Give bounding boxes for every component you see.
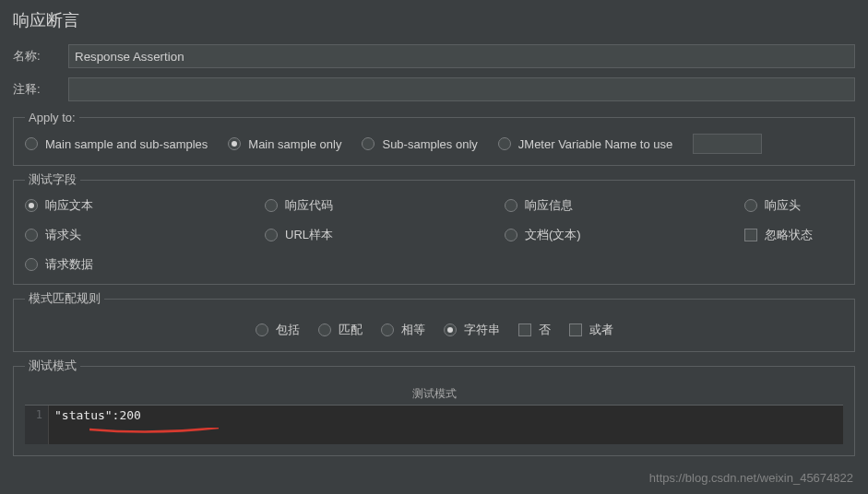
test-field-response-code[interactable]: 响应代码 xyxy=(265,197,505,214)
rule-or-checkbox[interactable]: 或者 xyxy=(569,322,613,338)
radio-label: 请求头 xyxy=(45,227,81,243)
annotation-underline xyxy=(89,422,219,428)
line-number: 1 xyxy=(25,406,49,444)
test-field-legend: 测试字段 xyxy=(25,171,80,188)
radio-icon xyxy=(265,229,278,241)
radio-icon xyxy=(228,137,241,150)
test-field-response-text[interactable]: 响应文本 xyxy=(25,197,265,214)
checkbox-label: 忽略状态 xyxy=(765,227,813,243)
radio-icon xyxy=(744,199,757,212)
radio-icon xyxy=(25,199,38,212)
checkbox-icon xyxy=(744,229,757,241)
radio-icon xyxy=(318,323,331,336)
radio-icon xyxy=(505,229,517,241)
pattern-code-line[interactable]: "status":200 xyxy=(49,406,843,444)
rule-contains[interactable]: 包括 xyxy=(256,322,300,338)
test-field-request-headers[interactable]: 请求头 xyxy=(25,227,265,243)
radio-label: 相等 xyxy=(401,322,425,338)
radio-label: 响应头 xyxy=(765,197,801,214)
radio-icon xyxy=(25,258,38,271)
radio-icon xyxy=(256,323,268,336)
apply-to-jmeter-variable[interactable]: JMeter Variable Name to use xyxy=(498,137,672,151)
ignore-status-checkbox[interactable]: 忽略状态 xyxy=(744,227,843,243)
comment-input[interactable] xyxy=(68,77,855,101)
name-input[interactable] xyxy=(68,44,855,68)
radio-icon xyxy=(265,199,278,212)
radio-label: URL样本 xyxy=(285,227,333,243)
test-field-response-message[interactable]: 响应信息 xyxy=(505,197,744,214)
radio-label: Main sample only xyxy=(248,137,341,151)
checkbox-label: 否 xyxy=(539,322,551,338)
watermark-text: https://blog.csdn.net/weixin_45674822 xyxy=(649,471,853,485)
radio-icon xyxy=(498,137,511,150)
radio-label: 响应文本 xyxy=(45,197,93,214)
checkbox-icon xyxy=(569,323,582,336)
radio-icon xyxy=(444,323,457,336)
test-field-response-headers[interactable]: 响应头 xyxy=(744,197,843,214)
test-pattern-legend: 测试模式 xyxy=(25,358,80,374)
radio-label: Sub-samples only xyxy=(382,137,477,151)
test-field-url-sample[interactable]: URL样本 xyxy=(265,227,505,243)
comment-label: 注释: xyxy=(13,81,68,98)
test-pattern-fieldset: 测试模式 测试模式 1 "status":200 xyxy=(13,358,855,456)
checkbox-icon xyxy=(518,323,531,336)
rule-equals[interactable]: 相等 xyxy=(381,322,425,338)
radio-label: 字符串 xyxy=(464,322,500,338)
radio-label: 响应信息 xyxy=(525,197,573,214)
apply-to-sub-only[interactable]: Sub-samples only xyxy=(362,137,477,151)
radio-icon xyxy=(362,137,375,150)
match-rule-fieldset: 模式匹配规则 包括 匹配 相等 字符串 否 或者 xyxy=(13,290,855,352)
pattern-editor[interactable]: 1 "status":200 xyxy=(25,406,843,444)
radio-label: 文档(文本) xyxy=(525,227,581,243)
code-text: "status":200 xyxy=(54,408,141,422)
radio-icon xyxy=(505,199,517,212)
radio-icon xyxy=(381,323,394,336)
name-label: 名称: xyxy=(13,48,68,65)
checkbox-label: 或者 xyxy=(589,322,613,338)
pattern-column-header: 测试模式 xyxy=(25,383,843,406)
rule-matches[interactable]: 匹配 xyxy=(318,322,363,338)
radio-icon xyxy=(25,229,38,241)
test-field-document[interactable]: 文档(文本) xyxy=(505,227,744,243)
apply-to-main-only[interactable]: Main sample only xyxy=(228,137,341,151)
apply-to-legend: Apply to: xyxy=(25,111,79,124)
rule-substring[interactable]: 字符串 xyxy=(444,322,500,338)
test-field-request-data[interactable]: 请求数据 xyxy=(25,256,265,273)
apply-to-fieldset: Apply to: Main sample and sub-samples Ma… xyxy=(13,111,855,166)
radio-label: 匹配 xyxy=(339,322,363,338)
radio-label: 请求数据 xyxy=(45,256,93,273)
test-field-fieldset: 测试字段 响应文本 响应代码 响应信息 响应头 请求头 URL样本 文档(文本) xyxy=(13,171,855,285)
radio-icon xyxy=(25,137,38,150)
apply-to-main-and-sub[interactable]: Main sample and sub-samples xyxy=(25,137,208,151)
jmeter-variable-input[interactable] xyxy=(693,134,762,154)
rule-not-checkbox[interactable]: 否 xyxy=(518,322,551,338)
panel-title: 响应断言 xyxy=(13,9,855,31)
radio-label: 包括 xyxy=(276,322,300,338)
radio-label: Main sample and sub-samples xyxy=(45,137,208,151)
match-rule-legend: 模式匹配规则 xyxy=(25,290,104,307)
radio-label: 响应代码 xyxy=(285,197,333,214)
radio-label: JMeter Variable Name to use xyxy=(518,137,672,151)
